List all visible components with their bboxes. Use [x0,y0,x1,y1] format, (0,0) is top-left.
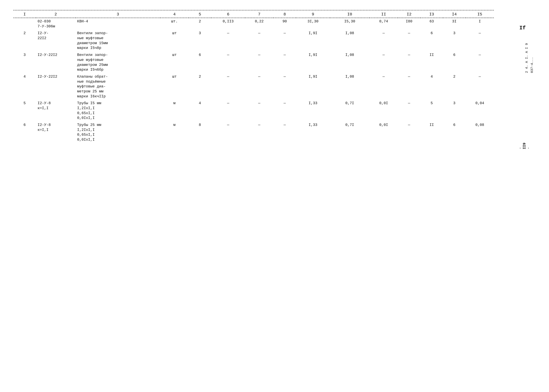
header-col-1: I [13,10,36,18]
row3-col6: — [211,52,245,73]
header-row: I 2 3 4 5 6 7 8 9 I0 II I2 I3 I4 I5 [13,10,494,18]
row5-col2: I2-У-8 к=I,I [36,100,75,122]
row3-col4: шт [160,52,188,73]
row6-col8: — [273,122,296,143]
row1-col11: 0,74 [369,18,398,30]
row3-col14: 6 [443,52,466,73]
row6-col10: 0,7I [330,122,369,143]
row5-col9: I,33 [296,100,330,122]
page-side-number: · II9 · [518,143,531,149]
row1-col6: 0,II3 [211,18,245,30]
row1-col12: I80 [398,18,420,30]
header-col-13: I3 [420,10,443,18]
row4-col10: I,08 [330,73,369,100]
header-col-15: I5 [466,10,494,18]
main-table: I 2 3 4 5 6 7 8 9 I0 II I2 I3 I4 I5 [13,10,494,143]
header-col-7: 7 [245,10,273,18]
header-col-3: 3 [76,10,160,18]
row4-num: 4 [13,73,36,100]
row2-col6: — [211,30,245,52]
row2-col11: — [369,30,398,52]
row5-col12: — [398,100,420,122]
row3-col13: II [420,52,443,73]
row3-col8: — [273,52,296,73]
row5-col4: м [160,100,188,122]
row4-col13: 4 [420,73,443,100]
header-col-2: 2 [36,10,75,18]
row4-col4: шт [160,73,188,100]
table-row: 2 I2-У- 22I2 Вентили запор- ные муфтовые… [13,30,494,52]
row5-col5: 4 [189,100,211,122]
row4-col7: — [245,73,273,100]
header-col-4: 4 [160,10,188,18]
row1-col7: 0,22 [245,18,273,30]
row1-col3: КВН-4 [76,18,160,30]
row6-num: 6 [13,122,36,143]
header-col-12: I2 [398,10,420,18]
row6-col5: 8 [189,122,211,143]
row2-col2: I2-У- 22I2 [36,30,75,52]
row1-col10: I5,30 [330,18,369,30]
row6-col13: II [420,122,443,143]
row2-col7: — [245,30,273,52]
row1-col13: 63 [420,18,443,30]
row5-col3: Трубы I5 мм I,2IxI,I 0,65xI,I 0,0IxI,I [76,100,160,122]
row5-col15: 0,04 [466,100,494,122]
header-col-10: I0 [330,10,369,18]
row5-col7: — [245,100,273,122]
header-col-8: 8 [273,10,296,18]
row6-col2: I2-У-8 к=I,I [36,122,75,143]
row2-col4: шт [160,30,188,52]
row3-col7: — [245,52,273,73]
row1-col15: I [466,18,494,30]
row3-col10: I,08 [330,52,369,73]
row4-col6: — [211,73,245,100]
row4-col14: 2 [443,73,466,100]
row4-col3: Клапаны обрат- ные подъёмные муфтовые ди… [76,73,160,100]
row2-col10: I,08 [330,30,369,52]
row6-col12: — [398,122,420,143]
row1-col8: 90 [273,18,296,30]
row2-col3: Вентили запор- ные муфтовые диаметром 15… [76,30,160,52]
row5-num: 5 [13,100,36,122]
row3-col15: — [466,52,494,73]
row4-col12: — [398,73,420,100]
row3-col3: Вентили запор- ные муфтовые диаметром 25… [76,52,160,73]
row1-col9: 3I,30 [296,18,330,30]
header-col-6: 6 [211,10,245,18]
table-wrapper: I 2 3 4 5 6 7 8 9 I0 II I2 I3 I4 I5 [13,10,536,143]
row5-col14: 3 [443,100,466,122]
row2-col9: I,9I [296,30,330,52]
header-col-14: I4 [443,10,466,18]
row5-col10: 0,7I [330,100,369,122]
row5-col8: — [273,100,296,122]
row6-col7: — [245,122,273,143]
row1-col2-line2: 7-У-306м [37,24,74,29]
row1-col2-line1: 02-030 [37,19,74,24]
row3-col2: I2-У-22I2 [36,52,75,73]
row1-col4: шт. [160,18,188,30]
header-col-5: 5 [189,10,211,18]
row2-col14: 3 [443,30,466,52]
row3-col11: — [369,52,398,73]
row5-col6: — [211,100,245,122]
row6-col11: 0,0I [369,122,398,143]
header-col-11: II [369,10,398,18]
row6-col14: 6 [443,122,466,143]
row4-col5: 2 [189,73,211,100]
row3-col9: I,9I [296,52,330,73]
row3-num: 3 [13,52,36,73]
row5-col13: 5 [420,100,443,122]
row4-col8: — [273,73,296,100]
row1-col5: 2 [189,18,211,30]
row1-col2: 02-030 7-У-306м [36,18,75,30]
row6-col4: м [160,122,188,143]
row2-col15: — [466,30,494,52]
row2-col8: — [273,30,296,52]
row2-col12: — [398,30,420,52]
row6-col9: I,33 [296,122,330,143]
row4-col11: — [369,73,398,100]
row5-col11: 0,0I [369,100,398,122]
page-container: If 2 4. А I. А I 9 037-4... [13,10,536,143]
row3-col12: — [398,52,420,73]
